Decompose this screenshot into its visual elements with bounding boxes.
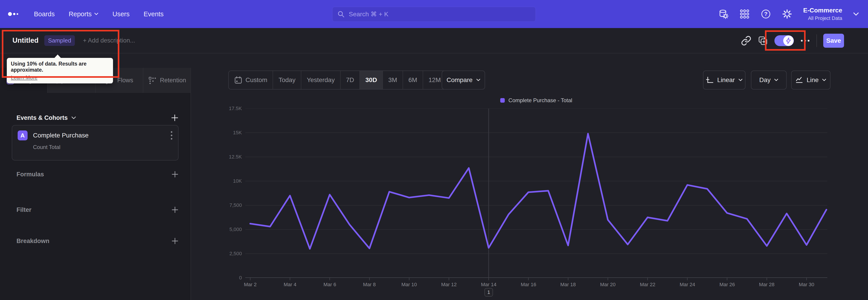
nav-item-events[interactable]: Events (144, 10, 164, 18)
chevron-down-icon (71, 116, 76, 119)
range-custom[interactable]: Custom (229, 71, 273, 89)
section-label: Filter (17, 206, 31, 213)
x-axis-label: Mar 12 (433, 282, 465, 288)
range-7d[interactable]: 7D (340, 71, 360, 89)
nav-item-users[interactable]: Users (112, 10, 129, 18)
nav-item-boards[interactable]: Boards (34, 10, 55, 18)
range-today[interactable]: Today (273, 71, 301, 89)
report-title-bar: Untitled Sampled + Add description... (0, 28, 868, 53)
query-builder-panel (0, 93, 191, 300)
range-3m[interactable]: 3M (382, 71, 403, 89)
save-button[interactable]: Save (823, 34, 844, 48)
settings-gear-icon[interactable] (782, 9, 792, 19)
range-label: Yesterday (307, 77, 335, 84)
legend-item[interactable]: Complete Purchase - Total (500, 97, 572, 103)
nav-item-reports[interactable]: Reports (69, 10, 98, 18)
events-cohorts-label: Events & Cohorts (17, 114, 68, 121)
nav-item-label: Events (144, 10, 164, 18)
chevron-down-icon (739, 79, 743, 81)
line-chart-icon (796, 76, 803, 84)
tab-label: Flows (117, 77, 133, 84)
sampling-tooltip: Using 10% of data. Results are approxima… (7, 58, 113, 83)
events-cohorts-header[interactable]: Events & Cohorts (17, 114, 76, 121)
tooltip-text: Using 10% of data. Results are approxima… (11, 61, 109, 73)
x-axis-label: Mar 26 (711, 282, 743, 288)
chart-legend: Complete Purchase - Total (245, 97, 827, 103)
add-description-button[interactable]: + Add description... (83, 37, 135, 44)
event-card[interactable]: A Complete Purchase Count Total (12, 125, 179, 160)
annotation-marker[interactable]: 1 (485, 288, 493, 297)
interval-label: Day (759, 77, 771, 84)
project-scope: All Project Data (803, 16, 842, 21)
event-metric[interactable]: Count Total (33, 144, 173, 150)
range-label: 12M (429, 77, 441, 84)
link-icon[interactable] (741, 35, 751, 46)
y-axis-label: 15K (208, 130, 242, 136)
range-label: 3M (388, 77, 397, 84)
mixpanel-app: Boards Reports Users Events (0, 0, 868, 300)
mixpanel-logo-icon[interactable] (8, 11, 20, 17)
learn-more-link[interactable]: Learn More (11, 74, 37, 81)
x-axis-label: Mar 30 (791, 282, 822, 288)
x-axis-label: Mar 16 (513, 282, 544, 288)
add-breakdown-button[interactable] (171, 237, 179, 245)
add-formulas-button[interactable] (171, 171, 179, 178)
nav-menu: Boards Reports Users Events (34, 10, 164, 18)
compare-label: Compare (446, 77, 472, 84)
sampling-toggle[interactable] (774, 35, 794, 46)
y-axis-label: 2,500 (208, 251, 242, 257)
line-chart-canvas[interactable] (245, 109, 827, 281)
y-axis-label: 10K (208, 178, 242, 184)
copy-to-board-icon[interactable] (758, 35, 768, 46)
interval-dropdown[interactable]: Day (751, 70, 786, 90)
legend-swatch (500, 98, 505, 102)
search-bar[interactable] (332, 7, 536, 22)
chart-type-dropdown[interactable]: Line (791, 70, 831, 90)
tab-retention[interactable]: Retention (143, 68, 191, 93)
nav-item-label: Reports (69, 10, 92, 18)
kebab-menu-icon[interactable] (170, 131, 173, 140)
help-icon[interactable]: ? (761, 9, 771, 19)
compare-dropdown[interactable]: Compare (442, 70, 485, 90)
panel-divider (191, 68, 191, 300)
x-axis-label: Mar 22 (632, 282, 663, 288)
apps-grid-icon[interactable] (739, 9, 750, 19)
chart-type-label: Line (807, 77, 819, 84)
retention-icon (148, 76, 157, 85)
events-cohorts-header-row: Events & Cohorts (0, 112, 191, 124)
x-axis-label: Mar 10 (393, 282, 425, 288)
more-ellipsis-icon[interactable] (800, 39, 810, 42)
data-management-icon[interactable] (718, 9, 728, 19)
sampled-badge[interactable]: Sampled (44, 35, 75, 46)
y-axis-label: 5,000 (208, 227, 242, 232)
search-input[interactable] (349, 11, 530, 18)
y-axis-label: 17.5K (208, 106, 242, 112)
section-breakdown: Breakdown (0, 235, 191, 247)
project-name: E-Commerce (803, 7, 842, 14)
add-event-button[interactable] (171, 114, 179, 122)
lightning-icon (786, 37, 791, 44)
range-yesterday[interactable]: Yesterday (301, 71, 340, 89)
series-line[interactable] (250, 133, 827, 249)
chevron-down-icon (94, 13, 98, 16)
x-axis-label: Mar 20 (592, 282, 624, 288)
divider (816, 34, 817, 47)
add-filter-button[interactable] (171, 206, 179, 213)
report-title[interactable]: Untitled (12, 36, 38, 44)
tooltip-arrow (54, 55, 61, 58)
section-label: Breakdown (17, 238, 50, 245)
range-6m[interactable]: 6M (403, 71, 423, 89)
x-axis-label: Mar 8 (353, 282, 385, 288)
legend-label: Complete Purchase - Total (508, 97, 572, 103)
x-axis-label: Mar 28 (751, 282, 782, 288)
scale-dropdown[interactable]: Linear (703, 70, 745, 90)
section-filter: Filter (0, 204, 191, 216)
range-30d[interactable]: 30D (360, 71, 382, 89)
project-selector[interactable]: E-Commerce All Project Data (803, 7, 842, 21)
x-axis-label: Mar 2 (235, 282, 266, 288)
nav-right-cluster: ? E-Commerce All Project Data (718, 0, 859, 28)
calendar-icon (234, 76, 242, 84)
chevron-down-icon (774, 79, 778, 81)
x-axis-labels: Mar 2Mar 4Mar 6Mar 8Mar 10Mar 12Mar 14Ma… (245, 282, 827, 289)
search-icon (338, 11, 345, 18)
